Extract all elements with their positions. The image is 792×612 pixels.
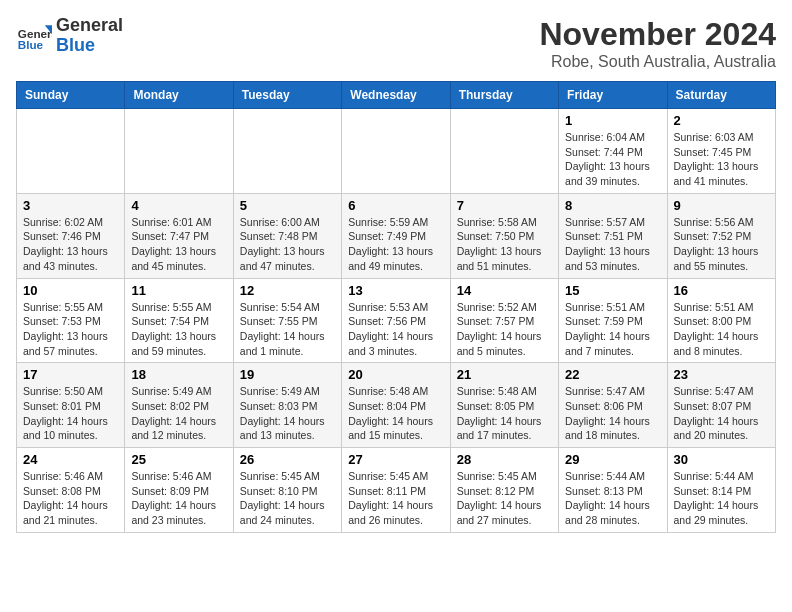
day-detail: Sunrise: 5:45 AM Sunset: 8:12 PM Dayligh…: [457, 469, 552, 528]
calendar-cell: 11Sunrise: 5:55 AM Sunset: 7:54 PM Dayli…: [125, 278, 233, 363]
day-number: 21: [457, 367, 552, 382]
day-detail: Sunrise: 5:55 AM Sunset: 7:53 PM Dayligh…: [23, 300, 118, 359]
day-detail: Sunrise: 5:47 AM Sunset: 8:07 PM Dayligh…: [674, 384, 769, 443]
calendar-cell: [342, 109, 450, 194]
day-detail: Sunrise: 5:50 AM Sunset: 8:01 PM Dayligh…: [23, 384, 118, 443]
day-detail: Sunrise: 6:00 AM Sunset: 7:48 PM Dayligh…: [240, 215, 335, 274]
calendar-cell: 20Sunrise: 5:48 AM Sunset: 8:04 PM Dayli…: [342, 363, 450, 448]
header-cell-monday: Monday: [125, 82, 233, 109]
week-row-1: 3Sunrise: 6:02 AM Sunset: 7:46 PM Daylig…: [17, 193, 776, 278]
week-row-0: 1Sunrise: 6:04 AM Sunset: 7:44 PM Daylig…: [17, 109, 776, 194]
logo: General Blue General Blue: [16, 16, 123, 56]
day-number: 5: [240, 198, 335, 213]
week-row-3: 17Sunrise: 5:50 AM Sunset: 8:01 PM Dayli…: [17, 363, 776, 448]
calendar-cell: 21Sunrise: 5:48 AM Sunset: 8:05 PM Dayli…: [450, 363, 558, 448]
day-detail: Sunrise: 5:58 AM Sunset: 7:50 PM Dayligh…: [457, 215, 552, 274]
day-number: 30: [674, 452, 769, 467]
title-block: November 2024 Robe, South Australia, Aus…: [539, 16, 776, 71]
day-detail: Sunrise: 5:52 AM Sunset: 7:57 PM Dayligh…: [457, 300, 552, 359]
logo-blue-text: Blue: [56, 35, 95, 55]
calendar-cell: 28Sunrise: 5:45 AM Sunset: 8:12 PM Dayli…: [450, 448, 558, 533]
day-detail: Sunrise: 6:02 AM Sunset: 7:46 PM Dayligh…: [23, 215, 118, 274]
header-cell-wednesday: Wednesday: [342, 82, 450, 109]
header-cell-thursday: Thursday: [450, 82, 558, 109]
week-row-2: 10Sunrise: 5:55 AM Sunset: 7:53 PM Dayli…: [17, 278, 776, 363]
calendar-cell: 26Sunrise: 5:45 AM Sunset: 8:10 PM Dayli…: [233, 448, 341, 533]
day-number: 9: [674, 198, 769, 213]
day-number: 29: [565, 452, 660, 467]
day-number: 16: [674, 283, 769, 298]
calendar-cell: [125, 109, 233, 194]
calendar-cell: 24Sunrise: 5:46 AM Sunset: 8:08 PM Dayli…: [17, 448, 125, 533]
calendar-cell: 16Sunrise: 5:51 AM Sunset: 8:00 PM Dayli…: [667, 278, 775, 363]
day-number: 7: [457, 198, 552, 213]
calendar-cell: [17, 109, 125, 194]
location-title: Robe, South Australia, Australia: [539, 53, 776, 71]
day-number: 6: [348, 198, 443, 213]
calendar-cell: 9Sunrise: 5:56 AM Sunset: 7:52 PM Daylig…: [667, 193, 775, 278]
day-number: 3: [23, 198, 118, 213]
day-number: 24: [23, 452, 118, 467]
logo-icon: General Blue: [16, 18, 52, 54]
calendar-cell: 2Sunrise: 6:03 AM Sunset: 7:45 PM Daylig…: [667, 109, 775, 194]
calendar-cell: [233, 109, 341, 194]
calendar-cell: 19Sunrise: 5:49 AM Sunset: 8:03 PM Dayli…: [233, 363, 341, 448]
calendar-cell: 4Sunrise: 6:01 AM Sunset: 7:47 PM Daylig…: [125, 193, 233, 278]
day-number: 19: [240, 367, 335, 382]
calendar-cell: 8Sunrise: 5:57 AM Sunset: 7:51 PM Daylig…: [559, 193, 667, 278]
header-row: SundayMondayTuesdayWednesdayThursdayFrid…: [17, 82, 776, 109]
calendar-body: 1Sunrise: 6:04 AM Sunset: 7:44 PM Daylig…: [17, 109, 776, 533]
calendar-cell: 27Sunrise: 5:45 AM Sunset: 8:11 PM Dayli…: [342, 448, 450, 533]
calendar-cell: 25Sunrise: 5:46 AM Sunset: 8:09 PM Dayli…: [125, 448, 233, 533]
calendar-cell: [450, 109, 558, 194]
calendar-cell: 3Sunrise: 6:02 AM Sunset: 7:46 PM Daylig…: [17, 193, 125, 278]
day-number: 11: [131, 283, 226, 298]
day-detail: Sunrise: 5:44 AM Sunset: 8:13 PM Dayligh…: [565, 469, 660, 528]
day-detail: Sunrise: 5:45 AM Sunset: 8:11 PM Dayligh…: [348, 469, 443, 528]
day-detail: Sunrise: 6:03 AM Sunset: 7:45 PM Dayligh…: [674, 130, 769, 189]
header-cell-tuesday: Tuesday: [233, 82, 341, 109]
day-detail: Sunrise: 5:47 AM Sunset: 8:06 PM Dayligh…: [565, 384, 660, 443]
day-detail: Sunrise: 5:51 AM Sunset: 7:59 PM Dayligh…: [565, 300, 660, 359]
calendar-cell: 22Sunrise: 5:47 AM Sunset: 8:06 PM Dayli…: [559, 363, 667, 448]
day-number: 13: [348, 283, 443, 298]
day-detail: Sunrise: 5:46 AM Sunset: 8:09 PM Dayligh…: [131, 469, 226, 528]
day-number: 14: [457, 283, 552, 298]
day-number: 12: [240, 283, 335, 298]
calendar-cell: 12Sunrise: 5:54 AM Sunset: 7:55 PM Dayli…: [233, 278, 341, 363]
day-detail: Sunrise: 6:01 AM Sunset: 7:47 PM Dayligh…: [131, 215, 226, 274]
day-detail: Sunrise: 5:45 AM Sunset: 8:10 PM Dayligh…: [240, 469, 335, 528]
day-detail: Sunrise: 5:53 AM Sunset: 7:56 PM Dayligh…: [348, 300, 443, 359]
day-detail: Sunrise: 5:48 AM Sunset: 8:05 PM Dayligh…: [457, 384, 552, 443]
day-number: 4: [131, 198, 226, 213]
day-number: 26: [240, 452, 335, 467]
header-cell-sunday: Sunday: [17, 82, 125, 109]
calendar-cell: 13Sunrise: 5:53 AM Sunset: 7:56 PM Dayli…: [342, 278, 450, 363]
day-number: 8: [565, 198, 660, 213]
day-number: 18: [131, 367, 226, 382]
day-detail: Sunrise: 5:49 AM Sunset: 8:03 PM Dayligh…: [240, 384, 335, 443]
calendar-cell: 14Sunrise: 5:52 AM Sunset: 7:57 PM Dayli…: [450, 278, 558, 363]
day-detail: Sunrise: 5:49 AM Sunset: 8:02 PM Dayligh…: [131, 384, 226, 443]
day-detail: Sunrise: 6:04 AM Sunset: 7:44 PM Dayligh…: [565, 130, 660, 189]
calendar-cell: 7Sunrise: 5:58 AM Sunset: 7:50 PM Daylig…: [450, 193, 558, 278]
day-detail: Sunrise: 5:57 AM Sunset: 7:51 PM Dayligh…: [565, 215, 660, 274]
calendar-cell: 30Sunrise: 5:44 AM Sunset: 8:14 PM Dayli…: [667, 448, 775, 533]
calendar-cell: 6Sunrise: 5:59 AM Sunset: 7:49 PM Daylig…: [342, 193, 450, 278]
month-title: November 2024: [539, 16, 776, 53]
day-number: 22: [565, 367, 660, 382]
day-detail: Sunrise: 5:55 AM Sunset: 7:54 PM Dayligh…: [131, 300, 226, 359]
day-number: 2: [674, 113, 769, 128]
day-detail: Sunrise: 5:59 AM Sunset: 7:49 PM Dayligh…: [348, 215, 443, 274]
calendar-cell: 17Sunrise: 5:50 AM Sunset: 8:01 PM Dayli…: [17, 363, 125, 448]
day-detail: Sunrise: 5:56 AM Sunset: 7:52 PM Dayligh…: [674, 215, 769, 274]
day-detail: Sunrise: 5:48 AM Sunset: 8:04 PM Dayligh…: [348, 384, 443, 443]
header-cell-friday: Friday: [559, 82, 667, 109]
day-detail: Sunrise: 5:46 AM Sunset: 8:08 PM Dayligh…: [23, 469, 118, 528]
day-number: 23: [674, 367, 769, 382]
calendar-header: SundayMondayTuesdayWednesdayThursdayFrid…: [17, 82, 776, 109]
day-number: 27: [348, 452, 443, 467]
calendar-cell: 18Sunrise: 5:49 AM Sunset: 8:02 PM Dayli…: [125, 363, 233, 448]
day-number: 15: [565, 283, 660, 298]
day-number: 10: [23, 283, 118, 298]
